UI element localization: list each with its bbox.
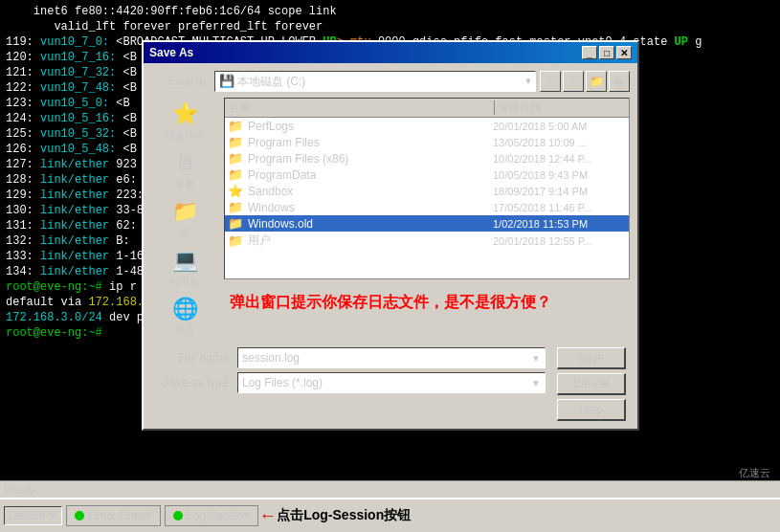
folder-icon-perflogs: 📁 [227,119,244,133]
quick-access-icon-mypc: 💻 [172,248,198,274]
file-row-sandbox[interactable]: ⭐ Sandbox 18/09/2017 9:14 PM [225,183,629,199]
save-button[interactable]: Save [557,347,626,369]
term-line-2: valid_lft forever preferred_lft forever [6,19,774,34]
save-in-dropdown-arrow: ▼ [525,77,531,87]
save-in-container: 💾 本地磁盘 (C:) ▼ ← ↑ 📁 ▦ [214,71,630,92]
dialog-titlebar: Save As _ □ ✕ [144,42,637,63]
back-button[interactable]: ← [540,71,561,92]
folder-icon-programdata: 📁 [227,167,244,182]
quick-access-label-mypc: 此电脑 [170,276,199,289]
linux-check-tab[interactable]: Linux-Check [66,505,161,526]
file-row-programdata[interactable]: 📁 ProgramData 10/05/2018 9:43 PM [225,166,629,183]
col-date: 修改日期 [495,100,629,115]
filename-label: File name: [155,351,232,365]
linux-check-status-dot [75,511,84,521]
savetype-row: Save as type: Log Files (*.log) ▼ [155,372,546,393]
file-date-programfilesx86: 10/02/2018 12:44 P... [493,153,627,165]
file-list[interactable]: 名称 修改日期 📁 PerfLogs 20/01/2018 5:00 AM 📁 … [224,98,630,279]
bottom-annotation: 点击Log-Session按钮 [277,507,411,524]
save-as-dialog: Save As _ □ ✕ Save in: 💾 本地磁盘 (C:) ▼ [142,40,639,431]
quick-access-icon-desktop: 🖥 [174,150,195,176]
quick-access-panel: ⭐ 快速访问 🖥 桌面 📁 库 💻 此电脑 [151,98,218,342]
file-date-users: 20/01/2018 12:55 P... [493,235,627,247]
dropdown-arrow-icon: ▼ [49,511,57,521]
titlebar-buttons: _ □ ✕ [582,46,632,59]
quick-access-label-desktop: 桌面 [175,178,194,191]
close-button[interactable]: ✕ [616,46,632,59]
file-row-perflogs[interactable]: 📁 PerfLogs 20/01/2018 5:00 AM [225,118,629,134]
quick-access-label-library: 库 [180,227,189,240]
quick-access-item-desktop[interactable]: 🖥 桌面 [156,150,213,191]
quick-access-label-network: 网络 [175,324,194,338]
file-row-programfiles[interactable]: 📁 Program Files 13/05/2018 10:09 ... [225,134,629,150]
quick-access-item-library[interactable]: 📁 库 [156,199,213,240]
term-line-1: inet6 fe80::4420:90ff:feb6:1c6/64 scope … [6,4,774,19]
filename-dropdown-arrow: ▼ [531,353,541,364]
file-date-windows-old: 1/02/2018 11:53 PM [493,218,627,230]
folder-icon-windows: 📁 [227,200,244,214]
file-name-programdata: ProgramData [248,168,493,182]
watermark: 亿速云 [739,466,770,480]
log-session-status-dot [173,511,183,521]
view-button[interactable]: ▦ [609,71,630,92]
quick-access-icon-library: 📁 [172,199,198,225]
savetype-label: Save as type: [155,376,232,389]
quick-access-item-mypc[interactable]: 💻 此电脑 [156,248,213,289]
file-row-users[interactable]: 📁 用户 20/01/2018 12:55 P... [225,232,629,250]
linux-check-label: Linux-Check [88,509,152,522]
cancel-button[interactable]: Cancel [557,373,626,395]
savetype-input[interactable]: Log Files (*.log) ▼ [237,372,546,393]
file-name-windows: Windows [248,201,493,214]
savetype-value: Log Files (*.log) [242,376,323,389]
ready-bar: Ready [0,480,780,498]
file-date-programfiles: 13/05/2018 10:09 ... [493,137,627,148]
default-dropdown[interactable]: Default ▼ [4,506,62,525]
save-in-label: Save in: [151,75,209,88]
form-section: File name: session.log ▼ Save as type: L… [151,347,630,421]
up-button[interactable]: ↑ [563,71,584,92]
file-row-programfilesx86[interactable]: 📁 Program Files (x86) 10/02/2018 12:44 P… [225,150,629,166]
save-in-select[interactable]: 💾 本地磁盘 (C:) ▼ [214,71,536,92]
file-name-programfiles: Program Files [248,136,493,149]
dialog-buttons: Save Cancel Help [557,347,626,421]
save-in-row: Save in: 💾 本地磁盘 (C:) ▼ ← ↑ 📁 ▦ [151,71,630,92]
savetype-dropdown-arrow: ▼ [531,378,541,388]
quick-access-icon-recent: ⭐ [172,101,198,127]
ready-text: Ready [4,484,34,496]
log-session-label: Log-Session [187,509,251,522]
folder-icon-users: 📁 [227,233,244,248]
form-rows: File name: session.log ▼ Save as type: L… [155,347,626,421]
file-list-header: 名称 修改日期 [225,99,629,118]
default-label: Default [9,509,45,522]
file-name-perflogs: PerfLogs [248,120,493,133]
dialog-title: Save As [149,46,193,59]
filename-row: File name: session.log ▼ [155,347,546,368]
maximize-button[interactable]: □ [599,46,614,59]
folder-icon-programfilesx86: 📁 [227,151,244,166]
annotation-arrow: ← [262,506,273,525]
help-button[interactable]: Help [557,399,626,421]
new-folder-button[interactable]: 📁 [586,71,607,92]
file-name-programfilesx86: Program Files (x86) [248,152,493,166]
form-fields: File name: session.log ▼ Save as type: L… [155,347,546,421]
file-row-windows[interactable]: 📁 Windows 17/05/2018 11:46 P... [225,199,629,215]
file-date-windows: 17/05/2018 11:46 P... [493,202,627,213]
file-list-area: ⭐ 快速访问 🖥 桌面 📁 库 💻 此电脑 [151,98,630,342]
folder-icon-windows-old: 📁 [227,216,244,231]
folder-icon-sandbox: ⭐ [227,184,244,198]
save-in-value: 本地磁盘 (C:) [237,74,523,90]
quick-access-icon-network: 🌐 [172,297,198,322]
file-row-windows-old[interactable]: 📁 Windows.old 1/02/2018 11:53 PM [225,215,629,232]
quick-access-item-network[interactable]: 🌐 网络 [156,297,213,338]
quick-access-item-recent[interactable]: ⭐ 快速访问 [156,101,213,143]
filename-value: session.log [242,351,300,365]
filename-input[interactable]: session.log ▼ [237,347,546,368]
quick-access-label-recent: 快速访问 [166,129,204,143]
bottom-bar: Default ▼ Linux-Check Log-Session ← 点击Lo… [0,498,780,532]
log-session-tab[interactable]: Log-Session [165,505,259,526]
folder-icon-programfiles: 📁 [227,135,244,149]
file-date-sandbox: 18/09/2017 9:14 PM [493,186,627,197]
dialog-body: Save in: 💾 本地磁盘 (C:) ▼ ← ↑ 📁 ▦ [144,63,637,429]
minimize-button[interactable]: _ [582,46,597,59]
file-name-users: 用户 [248,233,493,249]
